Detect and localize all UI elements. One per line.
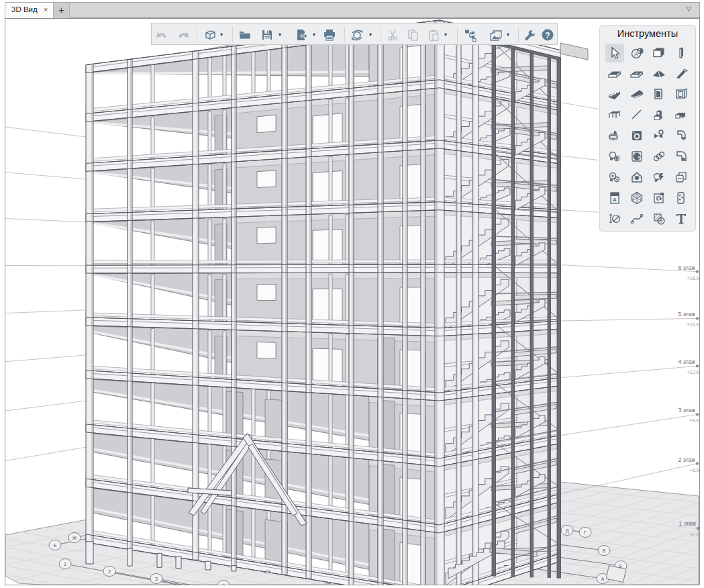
svg-text:?: ? — [545, 31, 550, 40]
svg-text:±0.000: ±0.000 — [690, 532, 704, 537]
svg-text:+18.000: +18.000 — [687, 276, 704, 281]
svg-text:2: 2 — [108, 569, 111, 574]
svg-text:Г: Г — [584, 530, 587, 535]
svg-text:В: В — [603, 548, 606, 553]
svg-text:А: А — [601, 577, 605, 581]
svg-text:+12.000: +12.000 — [687, 370, 704, 375]
svg-text:4 этаж: 4 этаж — [678, 358, 696, 365]
svg-text:Д: Д — [566, 528, 569, 534]
svg-text:1: 1 — [64, 562, 66, 567]
svg-text:Б: Б — [619, 564, 623, 569]
svg-text:1 этаж: 1 этаж — [679, 520, 697, 527]
svg-text:+15.000: +15.000 — [687, 322, 704, 327]
svg-text:Е: Е — [54, 543, 57, 548]
svg-text:3 этаж: 3 этаж — [678, 407, 696, 413]
svg-text:+6.000: +6.000 — [689, 468, 704, 473]
svg-text:6 этаж: 6 этаж — [678, 264, 696, 271]
svg-text:+9.000: +9.000 — [689, 418, 704, 423]
svg-text:3: 3 — [155, 577, 158, 581]
svg-text:2 этаж: 2 этаж — [678, 456, 696, 463]
svg-text:А: А — [613, 197, 617, 203]
svg-text:5 этаж: 5 этаж — [678, 311, 696, 317]
svg-text:Ж: Ж — [72, 536, 77, 540]
